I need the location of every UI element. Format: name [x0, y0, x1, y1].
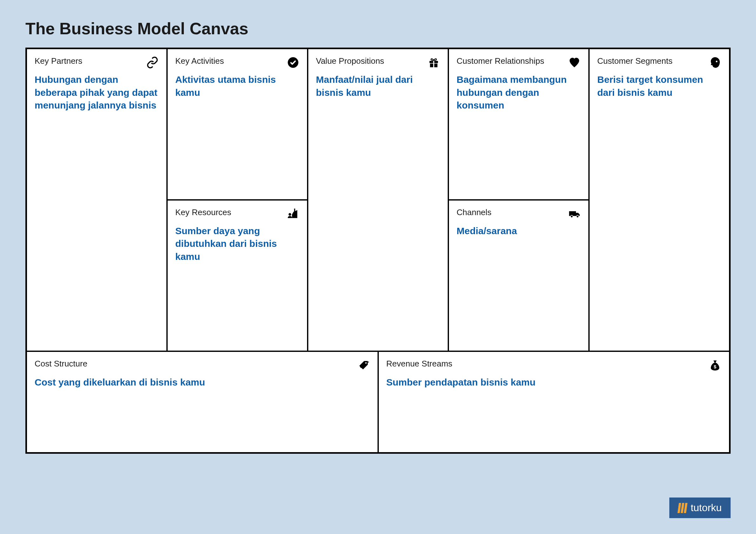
brand-text: tutorku — [690, 502, 722, 514]
brand-badge: tutorku — [669, 497, 731, 518]
key-activities-content: Aktivitas utama bisnis kamu — [175, 73, 299, 99]
value-propositions-content: Manfaat/nilai jual dari bisnis kamu — [316, 73, 440, 99]
gift-icon — [427, 56, 440, 69]
customer-relationships-label: Customer Relationships — [457, 56, 544, 66]
heart-icon — [568, 56, 581, 69]
svg-rect-3 — [430, 61, 433, 63]
svg-rect-4 — [434, 61, 438, 63]
svg-rect-7 — [569, 211, 576, 216]
cell-cost-structure: Cost Structure Cost yang dikeluarkan di … — [27, 352, 378, 452]
cost-structure-label: Cost Structure — [35, 359, 87, 369]
cell-customer-relationships: Customer Relationships Bagaimana membang… — [449, 49, 588, 200]
key-partners-content: Hubungan dengan beberapa pihak yang dapa… — [35, 73, 159, 112]
col-activities-resources: Key Activities Aktivitas utama bisnis ka… — [166, 49, 307, 351]
value-propositions-label: Value Propositions — [316, 56, 384, 66]
canvas-top-row: Key Partners Hubungan dengan beberapa pi… — [27, 49, 729, 352]
svg-rect-6 — [434, 64, 438, 67]
channels-label: Channels — [457, 208, 492, 217]
svg-point-10 — [716, 61, 717, 62]
key-activities-label: Key Activities — [175, 56, 224, 66]
customer-relationships-content: Bagaimana membangun hubungan dengan kons… — [457, 73, 581, 112]
customer-segments-label: Customer Segments — [597, 56, 672, 66]
key-resources-content: Sumber daya yang dibutuhkan dari bisnis … — [175, 225, 299, 263]
col-key-partners: Key Partners Hubungan dengan beberapa pi… — [27, 49, 166, 351]
key-resources-label: Key Resources — [175, 208, 231, 217]
col-relationships-channels: Customer Relationships Bagaimana membang… — [448, 49, 588, 351]
checkmark-circle-icon — [287, 56, 299, 69]
channels-content: Media/sarana — [457, 225, 581, 238]
cell-key-resources: Key Resources Sumber daya yang dibutuhka… — [168, 200, 307, 351]
cell-value-propositions: Value Propositions Manfaat/nilai jual da… — [308, 49, 448, 351]
bmc-canvas: Key Partners Hubungan dengan beberapa pi… — [25, 48, 731, 454]
cost-structure-content: Cost yang dikeluarkan di bisnis kamu — [35, 376, 370, 389]
svg-rect-5 — [430, 64, 433, 67]
col-customer-segments: Customer Segments Berisi target konsumen… — [588, 49, 729, 351]
brand-books-icon — [678, 503, 687, 513]
customer-segments-content: Berisi target konsumen dari bisnis kamu — [597, 73, 721, 99]
person-head-icon — [709, 56, 721, 69]
col-value-propositions: Value Propositions Manfaat/nilai jual da… — [307, 49, 448, 351]
cell-revenue-streams: Revenue Streams $ Sumber pendapatan bisn… — [378, 352, 729, 452]
cell-key-activities: Key Activities Aktivitas utama bisnis ka… — [168, 49, 307, 200]
price-tag-icon — [357, 359, 370, 371]
page-title: The Business Model Canvas — [25, 19, 731, 38]
svg-text:$: $ — [714, 364, 716, 369]
svg-point-2 — [289, 213, 291, 216]
svg-point-8 — [571, 215, 573, 217]
cell-channels: Channels Media/sarana — [449, 200, 588, 351]
revenue-streams-content: Sumber pendapatan bisnis kamu — [387, 376, 722, 389]
money-bag-icon: $ — [709, 359, 721, 371]
factory-people-icon — [287, 208, 299, 220]
svg-point-9 — [576, 215, 579, 217]
cell-customer-segments: Customer Segments Berisi target konsumen… — [590, 49, 729, 351]
cell-key-partners: Key Partners Hubungan dengan beberapa pi… — [27, 49, 166, 351]
revenue-streams-label: Revenue Streams — [387, 359, 452, 369]
link-icon — [146, 56, 159, 69]
key-partners-label: Key Partners — [35, 56, 82, 66]
truck-icon — [568, 208, 581, 220]
canvas-bottom-row: Cost Structure Cost yang dikeluarkan di … — [27, 352, 729, 452]
